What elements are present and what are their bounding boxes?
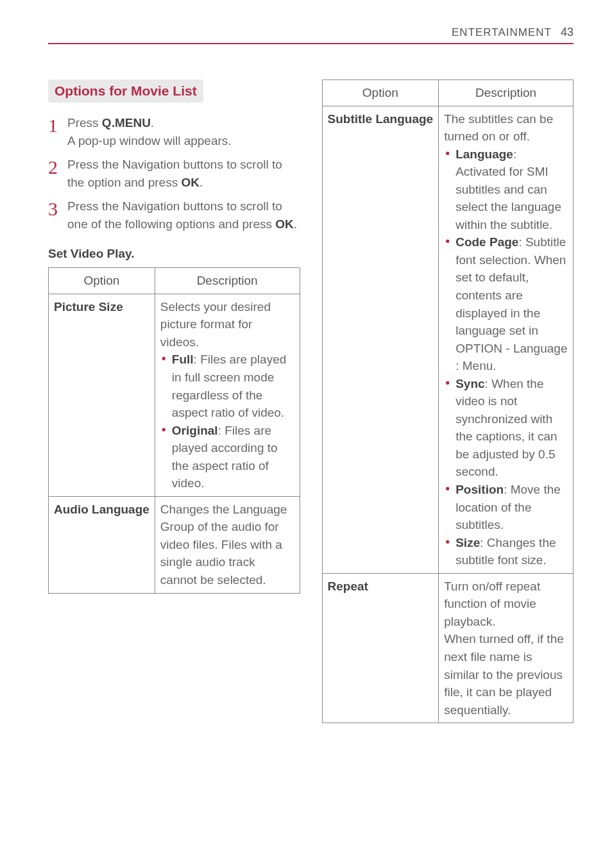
- option-name: Subtitle Language: [322, 106, 439, 573]
- step-item: Press Q.MENU. A pop-up window will appea…: [48, 114, 300, 149]
- step-bold: OK: [275, 217, 294, 231]
- step-text: Press: [67, 116, 102, 129]
- table-header-description: Description: [155, 268, 300, 294]
- table-row: Audio Language Changes the Language Grou…: [49, 496, 300, 593]
- desc-extra: When turned off, if the next file name i…: [444, 630, 568, 719]
- bullet-bold: Original: [172, 424, 218, 437]
- table-row: Repeat Turn on/off repeat function of mo…: [322, 573, 574, 722]
- left-column: Options for Movie List Press Q.MENU. A p…: [48, 79, 300, 723]
- header-section-label: ENTERTAINMENT: [452, 26, 552, 39]
- bullet-list: Language: Activated for SMI subtitles an…: [444, 146, 568, 569]
- step-text: .: [151, 116, 154, 129]
- table-row: Picture Size Selects your desired pictur…: [49, 294, 300, 496]
- table-header-description: Description: [439, 80, 574, 106]
- option-description: Changes the Language Group of the audio …: [155, 496, 300, 593]
- step-item: Press the Navigation buttons to scroll t…: [48, 156, 300, 191]
- step-text: A pop-up window will appears.: [67, 134, 232, 147]
- step-bold: OK: [181, 176, 200, 189]
- list-item: Size: Changes the subtitle font size.: [444, 534, 568, 569]
- header-page-number: 43: [561, 26, 574, 39]
- content-columns: Options for Movie List Press Q.MENU. A p…: [48, 79, 574, 723]
- bullet-bold: Language: [455, 147, 513, 161]
- bullet-list: Full: Files are played in full screen mo…: [160, 351, 294, 492]
- bullet-text: : Subtitle font selection. When set to d…: [455, 235, 567, 372]
- table-header-option: Option: [322, 80, 439, 106]
- option-name: Audio Language: [49, 496, 155, 593]
- list-item: Original: Files are played according to …: [160, 422, 294, 492]
- option-description: Selects your desired picture format for …: [155, 294, 300, 496]
- desc-intro: Changes the Language Group of the audio …: [160, 501, 294, 589]
- bullet-bold: Full: [172, 353, 194, 366]
- list-item: Full: Files are played in full screen mo…: [160, 351, 294, 421]
- bullet-text: : When the video is not synchronized wit…: [455, 377, 557, 479]
- steps-list: Press Q.MENU. A pop-up window will appea…: [48, 114, 300, 233]
- list-item: Language: Activated for SMI subtitles an…: [444, 146, 568, 234]
- list-item: Position: Move the location of the subti…: [444, 481, 568, 534]
- page: ENTERTAINMENT 43 Options for Movie List …: [0, 0, 612, 749]
- bullet-bold: Size: [455, 536, 480, 549]
- desc-intro: Selects your desired picture format for …: [160, 298, 294, 351]
- step-bold: Q.MENU: [102, 116, 151, 129]
- page-header: ENTERTAINMENT 43: [48, 26, 574, 44]
- right-table: Option Description Subtitle Language The…: [322, 79, 574, 723]
- desc-intro: Turn on/off repeat function of movie pla…: [444, 578, 568, 631]
- list-item: Code Page: Subtitle font selection. When…: [444, 233, 568, 374]
- step-text: .: [294, 217, 297, 231]
- bullet-bold: Position: [455, 483, 504, 496]
- section-title: Options for Movie List: [48, 79, 203, 103]
- step-item: Press the Navigation buttons to scroll t…: [48, 197, 300, 233]
- option-name: Picture Size: [49, 294, 155, 496]
- option-description: The subtitles can be turned on or off. L…: [439, 106, 574, 573]
- desc-intro: The subtitles can be turned on or off.: [444, 110, 568, 146]
- option-description: Turn on/off repeat function of movie pla…: [439, 573, 574, 722]
- table-header-row: Option Description: [322, 80, 574, 106]
- table-row: Subtitle Language The subtitles can be t…: [322, 106, 574, 573]
- step-text: Press the Navigation buttons to scroll t…: [67, 158, 282, 189]
- left-table: Option Description Picture Size Selects …: [48, 267, 300, 593]
- table-header-option: Option: [49, 268, 155, 294]
- right-column: Option Description Subtitle Language The…: [322, 79, 574, 723]
- list-item: Sync: When the video is not synchronized…: [444, 375, 568, 481]
- sub-heading: Set Video Play.: [48, 247, 300, 261]
- table-header-row: Option Description: [49, 268, 300, 294]
- option-name: Repeat: [322, 573, 439, 722]
- bullet-bold: Sync: [455, 377, 484, 390]
- bullet-bold: Code Page: [455, 235, 518, 249]
- step-text: .: [200, 176, 203, 189]
- step-text: Press the Navigation buttons to scroll t…: [67, 199, 282, 231]
